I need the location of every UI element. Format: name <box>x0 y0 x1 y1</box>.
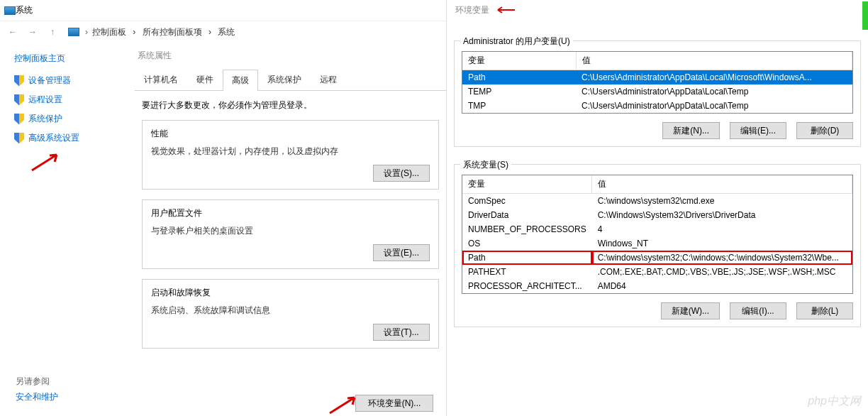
security-maintenance-link[interactable]: 安全和维护 <box>16 391 58 403</box>
system-properties-title: 系统属性 <box>135 50 446 62</box>
sidebar-item-protection[interactable]: 系统保护 <box>14 113 128 125</box>
var-name-cell: NUMBER_OF_PROCESSORS <box>462 222 592 236</box>
env-dialog-title: 环境变量 <box>454 3 489 19</box>
tab-remote[interactable]: 远程 <box>311 69 346 90</box>
control-panel-sidebar: 控制面板主页 设备管理器 远程设置 系统保护 高级系统设置 <box>0 43 128 416</box>
tab-computer-name[interactable]: 计算机名 <box>135 69 187 90</box>
environment-variables-button[interactable]: 环境变量(N)... <box>355 395 433 412</box>
also-see-label: 另请参阅 <box>16 376 50 388</box>
group-title: 用户配置文件 <box>151 207 430 219</box>
annotation-arrow-icon <box>326 393 362 415</box>
group-title: 启动和故障恢复 <box>151 287 430 299</box>
forward-button[interactable]: → <box>24 23 41 40</box>
up-button[interactable]: ↑ <box>44 23 61 40</box>
breadcrumb[interactable]: 控制面板 › 所有控制面板项 › 系统 <box>92 26 235 38</box>
sidebar-item-label: 远程设置 <box>28 94 62 106</box>
performance-settings-button[interactable]: 设置(S)... <box>373 165 430 182</box>
window-titlebar: 系统 <box>0 0 446 21</box>
sidebar-item-remote[interactable]: 远程设置 <box>14 94 128 106</box>
var-name-cell: PATHEXT <box>462 265 592 279</box>
table-row[interactable]: DriverDataC:\Windows\System32\Drivers\Dr… <box>462 208 852 222</box>
user-variables-fieldset: Administrator 的用户变量(U) 变量 值 PathC:\Users… <box>454 40 861 147</box>
var-value-cell: C:\Users\Administrator\AppData\Local\Tem… <box>576 84 852 99</box>
tab-advanced[interactable]: 高级 <box>223 70 258 91</box>
system-variables-fieldset: 系统变量(S) 变量 值 ComSpecC:\windows\system32\… <box>454 164 861 327</box>
performance-group: 性能 视觉效果，处理器计划，内存使用，以及虚拟内存 设置(S)... <box>142 120 439 190</box>
table-row[interactable]: PROCESSOR_ARCHITECT...AMD64 <box>462 279 852 293</box>
var-name-cell: Path <box>462 251 592 265</box>
user-edit-button[interactable]: 编辑(E)... <box>730 122 786 139</box>
var-name-cell: Path <box>462 70 576 85</box>
annotation-arrow-icon <box>495 6 516 16</box>
sidebar-item-label: 设备管理器 <box>28 75 71 87</box>
breadcrumb-sep: › <box>85 27 88 37</box>
tab-protection[interactable]: 系统保护 <box>258 69 311 90</box>
sys-delete-button[interactable]: 删除(L) <box>796 302 853 319</box>
sys-edit-button[interactable]: 编辑(I)... <box>730 302 786 319</box>
var-value-cell: C:\Users\Administrator\AppData\Local\Tem… <box>576 99 852 113</box>
table-row[interactable]: PathC:\Users\Administrator\AppData\Local… <box>462 70 852 85</box>
var-name-cell: TEMP <box>462 84 576 99</box>
shield-icon <box>14 94 24 106</box>
group-desc: 系统启动、系统故障和调试信息 <box>151 305 430 317</box>
table-row[interactable]: PathC:\windows\system32;C:\windows;C:\wi… <box>462 251 852 265</box>
window-title: 系统 <box>16 4 33 16</box>
table-row[interactable]: ComSpecC:\windows\system32\cmd.exe <box>462 194 852 209</box>
column-header-value[interactable]: 值 <box>592 175 852 194</box>
var-name-cell: PROCESSOR_ARCHITECT... <box>462 279 592 293</box>
column-header-value[interactable]: 值 <box>576 52 852 70</box>
user-variables-table[interactable]: 变量 值 PathC:\Users\Administrator\AppData\… <box>462 51 853 114</box>
back-button[interactable]: ← <box>4 23 21 40</box>
var-name-cell: OS <box>462 236 592 251</box>
sys-new-button[interactable]: 新建(W)... <box>661 302 720 319</box>
var-name-cell: TMP <box>462 99 576 113</box>
user-variables-label: Administrator 的用户变量(U) <box>460 35 573 48</box>
column-header-variable[interactable]: 变量 <box>462 52 576 70</box>
sidebar-item-device-manager[interactable]: 设备管理器 <box>14 75 128 87</box>
system-properties-tabs: 计算机名 硬件 高级 系统保护 远程 <box>135 69 446 91</box>
var-value-cell: C:\windows\system32;C:\windows;C:\window… <box>592 251 852 265</box>
annotation-arrow-icon <box>28 150 64 172</box>
table-row[interactable]: NUMBER_OF_PROCESSORS4 <box>462 222 852 236</box>
explorer-navbar: ← → ↑ › 控制面板 › 所有控制面板项 › 系统 <box>0 21 446 43</box>
sidebar-item-label: 系统保护 <box>28 113 62 125</box>
startup-settings-button[interactable]: 设置(T)... <box>373 324 430 341</box>
table-row[interactable]: OSWindows_NT <box>462 236 852 251</box>
table-row[interactable]: TMPC:\Users\Administrator\AppData\Local\… <box>462 99 852 113</box>
var-value-cell: C:\Windows\System32\Drivers\DriverData <box>592 208 852 222</box>
var-value-cell: Windows_NT <box>592 236 852 251</box>
group-desc: 视觉效果，处理器计划，内存使用，以及虚拟内存 <box>151 146 430 158</box>
breadcrumb-item[interactable]: 系统 <box>218 27 235 37</box>
sidebar-item-advanced[interactable]: 高级系统设置 <box>14 132 128 144</box>
group-title: 性能 <box>151 128 430 140</box>
breadcrumb-item[interactable]: 控制面板 <box>92 27 126 37</box>
column-header-variable[interactable]: 变量 <box>462 175 592 194</box>
shield-icon <box>14 114 24 125</box>
scrollbar-indicator[interactable] <box>862 1 868 30</box>
var-value-cell: C:\windows\system32\cmd.exe <box>592 194 852 209</box>
sidebar-item-label: 高级系统设置 <box>28 132 79 144</box>
user-profile-settings-button[interactable]: 设置(E)... <box>373 244 430 261</box>
sidebar-home-link[interactable]: 控制面板主页 <box>14 53 128 65</box>
tab-hardware[interactable]: 硬件 <box>187 69 223 90</box>
system-variables-table[interactable]: 变量 值 ComSpecC:\windows\system32\cmd.exeD… <box>462 175 853 294</box>
startup-recovery-group: 启动和故障恢复 系统启动、系统故障和调试信息 设置(T)... <box>142 279 439 349</box>
table-row[interactable]: PATHEXT.COM;.EXE;.BAT;.CMD;.VBS;.VBE;.JS… <box>462 265 852 279</box>
breadcrumb-item[interactable]: 所有控制面板项 <box>143 27 202 37</box>
var-name-cell: DriverData <box>462 208 592 222</box>
admin-required-note: 要进行大多数更改，你必须作为管理员登录。 <box>142 99 439 111</box>
system-icon <box>4 6 16 15</box>
table-row[interactable]: TEMPC:\Users\Administrator\AppData\Local… <box>462 84 852 99</box>
user-profile-group: 用户配置文件 与登录帐户相关的桌面设置 设置(E)... <box>142 199 439 269</box>
watermark-text: php中文网 <box>808 394 861 409</box>
system-variables-label: 系统变量(S) <box>460 159 511 171</box>
user-delete-button[interactable]: 删除(D) <box>796 122 853 139</box>
user-new-button[interactable]: 新建(N)... <box>662 122 720 139</box>
var-value-cell: .COM;.EXE;.BAT;.CMD;.VBS;.VBE;.JS;.JSE;.… <box>592 265 852 279</box>
var-value-cell: 4 <box>592 222 852 236</box>
var-name-cell: ComSpec <box>462 194 592 209</box>
var-value-cell: C:\Users\Administrator\AppData\Local\Mic… <box>576 70 852 85</box>
shield-icon <box>14 75 24 87</box>
shield-icon <box>14 133 24 144</box>
var-value-cell: AMD64 <box>592 279 852 293</box>
